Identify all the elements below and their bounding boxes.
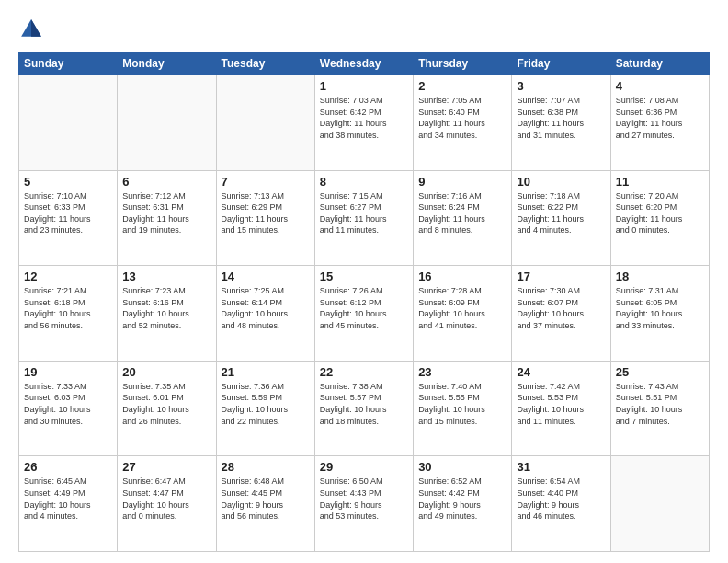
day-info: Sunrise: 7:40 AM Sunset: 5:55 PM Dayligh…	[418, 381, 506, 427]
day-info: Sunrise: 7:20 AM Sunset: 6:20 PM Dayligh…	[616, 190, 704, 236]
day-number: 13	[122, 270, 210, 283]
day-info: Sunrise: 6:47 AM Sunset: 4:47 PM Dayligh…	[122, 476, 210, 522]
day-number: 6	[122, 175, 210, 189]
calendar: SundayMondayTuesdayWednesdayThursdayFrid…	[18, 52, 710, 552]
day-info: Sunrise: 7:13 AM Sunset: 6:29 PM Dayligh…	[222, 190, 310, 236]
day-cell-16: 16Sunrise: 7:28 AM Sunset: 6:09 PM Dayli…	[414, 266, 512, 362]
day-number: 25	[616, 365, 704, 379]
day-number: 22	[320, 365, 408, 379]
day-number: 4	[616, 79, 704, 93]
day-info: Sunrise: 7:03 AM Sunset: 6:42 PM Dayligh…	[320, 95, 408, 141]
day-cell-22: 22Sunrise: 7:38 AM Sunset: 5:57 PM Dayli…	[314, 361, 413, 456]
day-number: 28	[222, 460, 310, 474]
day-cell-6: 6Sunrise: 7:12 AM Sunset: 6:31 PM Daylig…	[118, 170, 216, 266]
day-number: 10	[517, 175, 605, 189]
day-cell-24: 24Sunrise: 7:42 AM Sunset: 5:53 PM Dayli…	[512, 361, 610, 456]
svg-marker-1	[31, 19, 41, 37]
page: SundayMondayTuesdayWednesdayThursdayFrid…	[0, 0, 728, 563]
day-info: Sunrise: 7:15 AM Sunset: 6:27 PM Dayligh…	[320, 190, 408, 236]
day-cell-4: 4Sunrise: 7:08 AM Sunset: 6:36 PM Daylig…	[610, 75, 709, 171]
day-info: Sunrise: 7:43 AM Sunset: 5:51 PM Dayligh…	[616, 381, 704, 427]
day-number: 8	[320, 175, 408, 189]
logo	[18, 17, 48, 42]
day-info: Sunrise: 6:54 AM Sunset: 4:40 PM Dayligh…	[517, 476, 605, 522]
day-info: Sunrise: 7:16 AM Sunset: 6:24 PM Dayligh…	[418, 190, 506, 236]
day-number: 3	[517, 79, 605, 93]
day-cell-20: 20Sunrise: 7:35 AM Sunset: 6:01 PM Dayli…	[118, 361, 216, 456]
day-info: Sunrise: 7:35 AM Sunset: 6:01 PM Dayligh…	[122, 381, 210, 427]
day-info: Sunrise: 7:18 AM Sunset: 6:22 PM Dayligh…	[517, 190, 605, 236]
day-info: Sunrise: 7:30 AM Sunset: 6:07 PM Dayligh…	[517, 285, 605, 331]
day-info: Sunrise: 6:50 AM Sunset: 4:43 PM Dayligh…	[320, 476, 408, 522]
header	[18, 17, 710, 42]
day-number: 30	[418, 460, 506, 474]
day-cell-27: 27Sunrise: 6:47 AM Sunset: 4:47 PM Dayli…	[118, 456, 216, 552]
day-cell-12: 12Sunrise: 7:21 AM Sunset: 6:18 PM Dayli…	[19, 266, 118, 362]
day-cell-14: 14Sunrise: 7:25 AM Sunset: 6:14 PM Dayli…	[216, 266, 314, 362]
day-number: 16	[418, 270, 506, 283]
day-cell-31: 31Sunrise: 6:54 AM Sunset: 4:40 PM Dayli…	[512, 456, 610, 552]
day-number: 15	[320, 270, 408, 283]
logo-icon	[18, 17, 44, 42]
day-cell-18: 18Sunrise: 7:31 AM Sunset: 6:05 PM Dayli…	[610, 266, 709, 362]
day-cell-23: 23Sunrise: 7:40 AM Sunset: 5:55 PM Dayli…	[414, 361, 512, 456]
day-cell-26: 26Sunrise: 6:45 AM Sunset: 4:49 PM Dayli…	[19, 456, 118, 552]
day-number: 29	[320, 460, 408, 474]
day-info: Sunrise: 7:28 AM Sunset: 6:09 PM Dayligh…	[418, 285, 506, 331]
day-cell-8: 8Sunrise: 7:15 AM Sunset: 6:27 PM Daylig…	[314, 170, 413, 266]
weekday-header-thursday: Thursday	[414, 52, 512, 75]
day-info: Sunrise: 7:42 AM Sunset: 5:53 PM Dayligh…	[517, 381, 605, 427]
day-cell-28: 28Sunrise: 6:48 AM Sunset: 4:45 PM Dayli…	[216, 456, 314, 552]
day-number: 20	[122, 365, 210, 379]
day-cell-15: 15Sunrise: 7:26 AM Sunset: 6:12 PM Dayli…	[314, 266, 413, 362]
day-number: 11	[616, 175, 704, 189]
day-info: Sunrise: 7:26 AM Sunset: 6:12 PM Dayligh…	[320, 285, 408, 331]
day-info: Sunrise: 6:48 AM Sunset: 4:45 PM Dayligh…	[222, 476, 310, 522]
day-cell-3: 3Sunrise: 7:07 AM Sunset: 6:38 PM Daylig…	[512, 75, 610, 171]
day-cell-25: 25Sunrise: 7:43 AM Sunset: 5:51 PM Dayli…	[610, 361, 709, 456]
day-info: Sunrise: 7:10 AM Sunset: 6:33 PM Dayligh…	[24, 190, 112, 236]
day-cell-empty	[216, 75, 314, 171]
day-cell-13: 13Sunrise: 7:23 AM Sunset: 6:16 PM Dayli…	[118, 266, 216, 362]
day-info: Sunrise: 7:33 AM Sunset: 6:03 PM Dayligh…	[24, 381, 112, 427]
week-row-1: 1Sunrise: 7:03 AM Sunset: 6:42 PM Daylig…	[19, 75, 710, 171]
day-info: Sunrise: 7:08 AM Sunset: 6:36 PM Dayligh…	[616, 95, 704, 141]
day-cell-29: 29Sunrise: 6:50 AM Sunset: 4:43 PM Dayli…	[314, 456, 413, 552]
day-cell-10: 10Sunrise: 7:18 AM Sunset: 6:22 PM Dayli…	[512, 170, 610, 266]
day-cell-17: 17Sunrise: 7:30 AM Sunset: 6:07 PM Dayli…	[512, 266, 610, 362]
weekday-header-monday: Monday	[118, 52, 216, 75]
day-number: 17	[517, 270, 605, 283]
day-cell-2: 2Sunrise: 7:05 AM Sunset: 6:40 PM Daylig…	[414, 75, 512, 171]
week-row-5: 26Sunrise: 6:45 AM Sunset: 4:49 PM Dayli…	[19, 456, 710, 552]
week-row-4: 19Sunrise: 7:33 AM Sunset: 6:03 PM Dayli…	[19, 361, 710, 456]
day-cell-11: 11Sunrise: 7:20 AM Sunset: 6:20 PM Dayli…	[610, 170, 709, 266]
day-info: Sunrise: 7:07 AM Sunset: 6:38 PM Dayligh…	[517, 95, 605, 141]
day-info: Sunrise: 7:23 AM Sunset: 6:16 PM Dayligh…	[122, 285, 210, 331]
day-cell-21: 21Sunrise: 7:36 AM Sunset: 5:59 PM Dayli…	[216, 361, 314, 456]
day-number: 21	[222, 365, 310, 379]
day-info: Sunrise: 6:45 AM Sunset: 4:49 PM Dayligh…	[24, 476, 112, 522]
week-row-3: 12Sunrise: 7:21 AM Sunset: 6:18 PM Dayli…	[19, 266, 710, 362]
day-number: 2	[418, 79, 506, 93]
day-number: 12	[24, 270, 112, 283]
day-cell-1: 1Sunrise: 7:03 AM Sunset: 6:42 PM Daylig…	[314, 75, 413, 171]
weekday-header-saturday: Saturday	[610, 52, 709, 75]
day-cell-9: 9Sunrise: 7:16 AM Sunset: 6:24 PM Daylig…	[414, 170, 512, 266]
day-info: Sunrise: 7:05 AM Sunset: 6:40 PM Dayligh…	[418, 95, 506, 141]
day-number: 14	[222, 270, 310, 283]
day-number: 7	[222, 175, 310, 189]
day-info: Sunrise: 7:31 AM Sunset: 6:05 PM Dayligh…	[616, 285, 704, 331]
week-row-2: 5Sunrise: 7:10 AM Sunset: 6:33 PM Daylig…	[19, 170, 710, 266]
weekday-header-row: SundayMondayTuesdayWednesdayThursdayFrid…	[19, 52, 710, 75]
day-number: 1	[320, 79, 408, 93]
day-number: 31	[517, 460, 605, 474]
weekday-header-friday: Friday	[512, 52, 610, 75]
day-info: Sunrise: 7:25 AM Sunset: 6:14 PM Dayligh…	[222, 285, 310, 331]
day-number: 26	[24, 460, 112, 474]
day-cell-30: 30Sunrise: 6:52 AM Sunset: 4:42 PM Dayli…	[414, 456, 512, 552]
day-number: 18	[616, 270, 704, 283]
day-cell-7: 7Sunrise: 7:13 AM Sunset: 6:29 PM Daylig…	[216, 170, 314, 266]
weekday-header-wednesday: Wednesday	[314, 52, 413, 75]
day-info: Sunrise: 7:21 AM Sunset: 6:18 PM Dayligh…	[24, 285, 112, 331]
day-info: Sunrise: 6:52 AM Sunset: 4:42 PM Dayligh…	[418, 476, 506, 522]
